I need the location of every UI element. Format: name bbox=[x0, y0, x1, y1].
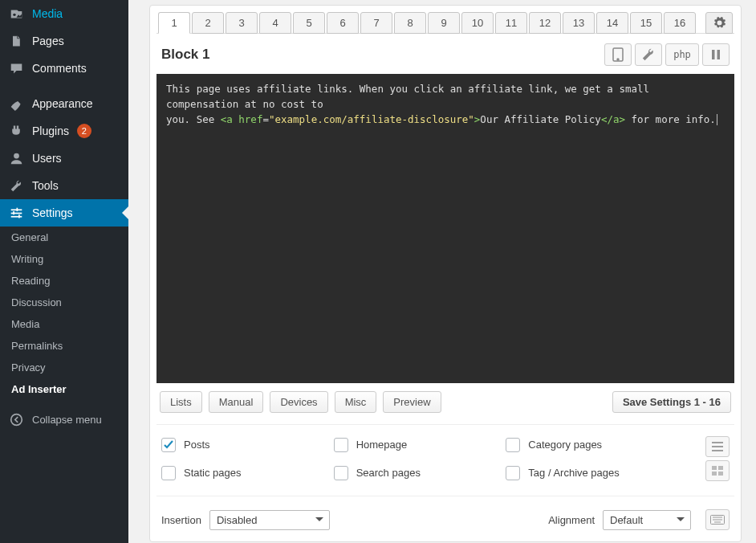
block-header: Block 1 php bbox=[156, 39, 734, 74]
code-cursor bbox=[717, 114, 717, 125]
check-category-pages[interactable]: Category pages bbox=[506, 436, 678, 453]
sidebar-item-label: Appearance bbox=[32, 97, 93, 110]
wrench-icon bbox=[641, 47, 656, 62]
mobile-preview-button[interactable] bbox=[604, 43, 632, 66]
checkbox[interactable] bbox=[161, 438, 176, 452]
settings-tab-gear[interactable] bbox=[705, 12, 733, 34]
svg-rect-3 bbox=[10, 212, 22, 214]
check-posts[interactable]: Posts bbox=[161, 436, 334, 453]
tablet-icon bbox=[612, 47, 624, 62]
svg-rect-7 bbox=[18, 214, 20, 218]
plugins-update-badge: 2 bbox=[77, 124, 91, 138]
settings-sub-privacy[interactable]: Privacy bbox=[0, 357, 128, 378]
sidebar-item-settings[interactable]: Settings bbox=[0, 199, 128, 227]
check-homepage[interactable]: Homepage bbox=[334, 436, 506, 453]
block-tab-5[interactable]: 5 bbox=[293, 12, 325, 34]
save-settings-button[interactable]: Save Settings 1 - 16 bbox=[612, 391, 731, 413]
settings-sub-ad-inserter[interactable]: Ad Inserter bbox=[0, 378, 128, 400]
sidebar-item-label: Plugins bbox=[32, 125, 69, 137]
block-tab-11[interactable]: 11 bbox=[495, 12, 527, 34]
preview-button[interactable]: Preview bbox=[383, 391, 441, 413]
check-icon bbox=[164, 440, 173, 450]
collapse-menu[interactable]: Collapse menu bbox=[0, 405, 128, 434]
block-tab-12[interactable]: 12 bbox=[529, 12, 561, 34]
checkbox[interactable] bbox=[334, 466, 348, 480]
block-tab-4[interactable]: 4 bbox=[259, 12, 291, 34]
sidebar-item-pages[interactable]: Pages bbox=[0, 27, 128, 55]
lists-button[interactable]: Lists bbox=[160, 391, 202, 413]
settings-sub-reading[interactable]: Reading bbox=[0, 270, 128, 292]
code-tag-open: <a bbox=[221, 113, 239, 125]
manual-button[interactable]: Manual bbox=[209, 391, 264, 413]
pause-icon bbox=[711, 49, 721, 60]
settings-sub-media[interactable]: Media bbox=[0, 313, 128, 335]
alignment-label: Alignment bbox=[548, 514, 595, 526]
block-tab-14[interactable]: 14 bbox=[596, 12, 628, 34]
check-label: Posts bbox=[184, 439, 210, 451]
alignment-preview-button[interactable] bbox=[705, 509, 730, 530]
block-tab-1[interactable]: 1 bbox=[158, 12, 190, 34]
grid-view-button[interactable] bbox=[705, 460, 730, 481]
sidebar-item-label: Comments bbox=[32, 62, 87, 75]
svg-rect-11 bbox=[712, 50, 715, 59]
page-type-checks: Posts Homepage Category pages bbox=[156, 424, 734, 484]
block-tab-3[interactable]: 3 bbox=[226, 12, 258, 34]
checkbox[interactable] bbox=[334, 438, 348, 452]
check-label: Homepage bbox=[356, 439, 408, 451]
block-tab-8[interactable]: 8 bbox=[394, 12, 426, 34]
code-editor[interactable]: This page uses affiliate links. When you… bbox=[156, 74, 734, 383]
alignment-select[interactable]: Default bbox=[603, 510, 691, 530]
sidebar-item-tools[interactable]: Tools bbox=[0, 172, 128, 199]
sidebar-item-media[interactable]: Media bbox=[0, 0, 128, 27]
check-static-pages[interactable]: Static pages bbox=[161, 464, 334, 481]
insertion-select[interactable]: Disabled bbox=[209, 510, 330, 530]
settings-sub-permalinks[interactable]: Permalinks bbox=[0, 335, 128, 357]
block-tab-2[interactable]: 2 bbox=[192, 12, 224, 34]
sidebar-item-comments[interactable]: Comments bbox=[0, 55, 128, 82]
devices-button[interactable]: Devices bbox=[270, 391, 327, 413]
checkbox[interactable] bbox=[506, 466, 520, 480]
users-icon bbox=[8, 150, 24, 166]
tools-button[interactable] bbox=[635, 43, 662, 66]
block-tab-6[interactable]: 6 bbox=[327, 12, 359, 34]
sidebar-item-label: Pages bbox=[32, 35, 64, 47]
code-text: you. See bbox=[166, 113, 221, 125]
list-icon bbox=[711, 441, 724, 452]
svg-point-8 bbox=[10, 414, 22, 425]
code-text: for more info. bbox=[625, 113, 716, 125]
code-link-text: Our Affiliate Policy bbox=[480, 113, 601, 125]
svg-rect-19 bbox=[718, 472, 723, 476]
settings-sub-general[interactable]: General bbox=[0, 227, 128, 248]
comments-icon bbox=[8, 60, 24, 76]
block-tab-7[interactable]: 7 bbox=[360, 12, 392, 34]
check-search-pages[interactable]: Search pages bbox=[334, 464, 506, 481]
settings-sub-writing[interactable]: Writing bbox=[0, 248, 128, 270]
block-tab-13[interactable]: 13 bbox=[563, 12, 595, 34]
check-tag-archive-pages[interactable]: Tag / Archive pages bbox=[506, 464, 678, 481]
svg-rect-6 bbox=[13, 210, 14, 214]
tools-icon bbox=[8, 178, 24, 194]
svg-rect-12 bbox=[717, 50, 721, 59]
svg-point-1 bbox=[14, 153, 19, 158]
checkbox[interactable] bbox=[506, 438, 520, 452]
pause-button[interactable] bbox=[702, 43, 730, 66]
block-tab-10[interactable]: 10 bbox=[461, 12, 494, 34]
misc-button[interactable]: Misc bbox=[335, 391, 377, 413]
code-attr-name: href bbox=[238, 113, 262, 125]
block-tab-15[interactable]: 15 bbox=[630, 12, 662, 34]
code-eq: = bbox=[262, 113, 269, 125]
block-tab-16[interactable]: 16 bbox=[664, 12, 696, 34]
appearance-icon bbox=[8, 96, 24, 112]
php-toggle-button[interactable]: php bbox=[665, 43, 699, 66]
svg-point-10 bbox=[617, 59, 619, 60]
sidebar-item-users[interactable]: Users bbox=[0, 145, 128, 172]
block-tabs: 1 2 3 4 5 6 7 8 9 10 11 12 13 14 15 16 bbox=[156, 10, 734, 39]
checkbox[interactable] bbox=[161, 466, 176, 480]
sidebar-item-appearance[interactable]: Appearance bbox=[0, 90, 128, 117]
block-tab-9[interactable]: 9 bbox=[428, 12, 460, 34]
svg-rect-4 bbox=[10, 215, 22, 217]
list-view-button[interactable] bbox=[705, 436, 730, 457]
sidebar-item-plugins[interactable]: Plugins 2 bbox=[0, 117, 128, 145]
collapse-icon bbox=[8, 411, 24, 427]
settings-sub-discussion[interactable]: Discussion bbox=[0, 292, 128, 313]
